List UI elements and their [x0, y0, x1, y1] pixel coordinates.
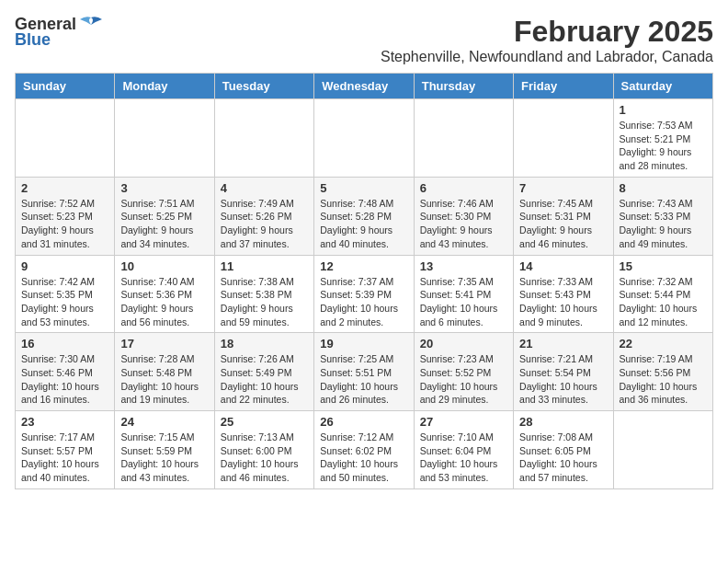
- calendar-cell: 10Sunrise: 7:40 AM Sunset: 5:36 PM Dayli…: [115, 255, 214, 333]
- day-number: 22: [620, 337, 707, 350]
- day-info: Sunrise: 7:23 AM Sunset: 5:52 PM Dayligh…: [420, 352, 507, 407]
- title-area: February 2025 Stephenville, Newfoundland…: [381, 15, 713, 65]
- calendar-cell: 13Sunrise: 7:35 AM Sunset: 5:41 PM Dayli…: [414, 255, 513, 333]
- day-number: 20: [420, 337, 507, 350]
- day-number: 24: [120, 415, 208, 429]
- day-info: Sunrise: 7:42 AM Sunset: 5:35 PM Dayligh…: [21, 275, 108, 329]
- day-number: 4: [221, 181, 308, 195]
- day-number: 14: [519, 259, 607, 273]
- calendar-cell: [414, 99, 513, 178]
- calendar-cell: 25Sunrise: 7:13 AM Sunset: 6:00 PM Dayli…: [214, 411, 313, 489]
- day-info: Sunrise: 7:13 AM Sunset: 6:00 PM Dayligh…: [221, 431, 308, 485]
- day-info: Sunrise: 7:53 AM Sunset: 5:21 PM Dayligh…: [620, 119, 707, 173]
- calendar-cell: 5Sunrise: 7:48 AM Sunset: 5:28 PM Daylig…: [314, 177, 414, 255]
- day-info: Sunrise: 7:51 AM Sunset: 5:25 PM Dayligh…: [120, 197, 208, 251]
- day-info: Sunrise: 7:45 AM Sunset: 5:31 PM Dayligh…: [519, 197, 607, 251]
- day-number: 26: [320, 415, 407, 429]
- calendar-cell: 7Sunrise: 7:45 AM Sunset: 5:31 PM Daylig…: [514, 177, 613, 255]
- calendar-cell: 21Sunrise: 7:21 AM Sunset: 5:54 PM Dayli…: [514, 333, 613, 411]
- day-info: Sunrise: 7:15 AM Sunset: 5:59 PM Dayligh…: [120, 431, 208, 485]
- calendar-cell: 27Sunrise: 7:10 AM Sunset: 6:04 PM Dayli…: [414, 411, 513, 489]
- day-number: 6: [420, 181, 507, 195]
- calendar-cell: 16Sunrise: 7:30 AM Sunset: 5:46 PM Dayli…: [16, 333, 115, 411]
- calendar-week-row: 9Sunrise: 7:42 AM Sunset: 5:35 PM Daylig…: [16, 255, 713, 333]
- logo: General Blue: [15, 15, 104, 50]
- day-number: 27: [420, 415, 507, 429]
- day-info: Sunrise: 7:25 AM Sunset: 5:51 PM Dayligh…: [320, 352, 407, 407]
- day-info: Sunrise: 7:37 AM Sunset: 5:39 PM Dayligh…: [320, 275, 407, 329]
- calendar-cell: 17Sunrise: 7:28 AM Sunset: 5:48 PM Dayli…: [115, 333, 214, 411]
- calendar-cell: [16, 99, 115, 178]
- calendar-cell: 1Sunrise: 7:53 AM Sunset: 5:21 PM Daylig…: [613, 99, 712, 178]
- calendar-cell: 18Sunrise: 7:26 AM Sunset: 5:49 PM Dayli…: [214, 333, 313, 411]
- day-info: Sunrise: 7:08 AM Sunset: 6:05 PM Dayligh…: [519, 431, 607, 485]
- day-info: Sunrise: 7:49 AM Sunset: 5:26 PM Dayligh…: [221, 197, 308, 251]
- header-day-thursday: Thursday: [414, 74, 513, 99]
- day-info: Sunrise: 7:52 AM Sunset: 5:23 PM Dayligh…: [21, 197, 108, 251]
- day-number: 7: [519, 181, 607, 195]
- day-info: Sunrise: 7:35 AM Sunset: 5:41 PM Dayligh…: [420, 275, 507, 329]
- day-number: 10: [120, 259, 208, 273]
- calendar-cell: 14Sunrise: 7:33 AM Sunset: 5:43 PM Dayli…: [514, 255, 613, 333]
- calendar-cell: [214, 99, 313, 178]
- header-day-tuesday: Tuesday: [214, 74, 313, 99]
- calendar-cell: 23Sunrise: 7:17 AM Sunset: 5:57 PM Dayli…: [16, 411, 115, 489]
- day-number: 16: [21, 337, 108, 350]
- logo-blue-text: Blue: [15, 30, 51, 50]
- day-info: Sunrise: 7:43 AM Sunset: 5:33 PM Dayligh…: [620, 197, 707, 251]
- day-number: 21: [519, 337, 607, 350]
- calendar-cell: 9Sunrise: 7:42 AM Sunset: 5:35 PM Daylig…: [16, 255, 115, 333]
- calendar-header-row: SundayMondayTuesdayWednesdayThursdayFrid…: [16, 74, 713, 99]
- day-info: Sunrise: 7:17 AM Sunset: 5:57 PM Dayligh…: [21, 431, 108, 485]
- day-number: 1: [620, 103, 707, 117]
- day-number: 13: [420, 259, 507, 273]
- logo-bird-icon: [78, 16, 104, 34]
- calendar-week-row: 1Sunrise: 7:53 AM Sunset: 5:21 PM Daylig…: [16, 99, 713, 178]
- calendar-cell: 19Sunrise: 7:25 AM Sunset: 5:51 PM Dayli…: [314, 333, 414, 411]
- calendar-cell: 28Sunrise: 7:08 AM Sunset: 6:05 PM Dayli…: [514, 411, 613, 489]
- day-info: Sunrise: 7:30 AM Sunset: 5:46 PM Dayligh…: [21, 352, 108, 407]
- header: General Blue February 2025 Stephenville,…: [15, 15, 713, 65]
- day-number: 15: [620, 259, 707, 273]
- header-day-monday: Monday: [115, 74, 214, 99]
- calendar-week-row: 2Sunrise: 7:52 AM Sunset: 5:23 PM Daylig…: [16, 177, 713, 255]
- day-number: 8: [620, 181, 707, 195]
- day-info: Sunrise: 7:26 AM Sunset: 5:49 PM Dayligh…: [221, 352, 308, 407]
- day-info: Sunrise: 7:28 AM Sunset: 5:48 PM Dayligh…: [120, 352, 208, 407]
- day-number: 19: [320, 337, 407, 350]
- header-day-friday: Friday: [514, 74, 613, 99]
- calendar-cell: 4Sunrise: 7:49 AM Sunset: 5:26 PM Daylig…: [214, 177, 313, 255]
- day-info: Sunrise: 7:38 AM Sunset: 5:38 PM Dayligh…: [221, 275, 308, 329]
- day-info: Sunrise: 7:21 AM Sunset: 5:54 PM Dayligh…: [519, 352, 607, 407]
- calendar-cell: [514, 99, 613, 178]
- day-number: 9: [21, 259, 108, 273]
- calendar-cell: 6Sunrise: 7:46 AM Sunset: 5:30 PM Daylig…: [414, 177, 513, 255]
- header-day-saturday: Saturday: [613, 74, 712, 99]
- day-number: 18: [221, 337, 308, 350]
- day-number: 2: [21, 181, 108, 195]
- day-number: 3: [120, 181, 208, 195]
- day-number: 28: [519, 415, 607, 429]
- calendar-cell: 11Sunrise: 7:38 AM Sunset: 5:38 PM Dayli…: [214, 255, 313, 333]
- day-info: Sunrise: 7:19 AM Sunset: 5:56 PM Dayligh…: [620, 352, 707, 407]
- calendar-cell: 12Sunrise: 7:37 AM Sunset: 5:39 PM Dayli…: [314, 255, 414, 333]
- day-number: 12: [320, 259, 407, 273]
- calendar-cell: 24Sunrise: 7:15 AM Sunset: 5:59 PM Dayli…: [115, 411, 214, 489]
- calendar-cell: 22Sunrise: 7:19 AM Sunset: 5:56 PM Dayli…: [613, 333, 712, 411]
- calendar-week-row: 16Sunrise: 7:30 AM Sunset: 5:46 PM Dayli…: [16, 333, 713, 411]
- calendar-cell: [613, 411, 712, 489]
- day-number: 17: [120, 337, 208, 350]
- day-info: Sunrise: 7:10 AM Sunset: 6:04 PM Dayligh…: [420, 431, 507, 485]
- header-day-wednesday: Wednesday: [314, 74, 414, 99]
- day-info: Sunrise: 7:12 AM Sunset: 6:02 PM Dayligh…: [320, 431, 407, 485]
- day-number: 23: [21, 415, 108, 429]
- day-number: 25: [221, 415, 308, 429]
- calendar-cell: 20Sunrise: 7:23 AM Sunset: 5:52 PM Dayli…: [414, 333, 513, 411]
- calendar-cell: 15Sunrise: 7:32 AM Sunset: 5:44 PM Dayli…: [613, 255, 712, 333]
- header-day-sunday: Sunday: [16, 74, 115, 99]
- day-info: Sunrise: 7:48 AM Sunset: 5:28 PM Dayligh…: [320, 197, 407, 251]
- day-number: 11: [221, 259, 308, 273]
- calendar-cell: 3Sunrise: 7:51 AM Sunset: 5:25 PM Daylig…: [115, 177, 214, 255]
- day-info: Sunrise: 7:40 AM Sunset: 5:36 PM Dayligh…: [120, 275, 208, 329]
- calendar-cell: 2Sunrise: 7:52 AM Sunset: 5:23 PM Daylig…: [16, 177, 115, 255]
